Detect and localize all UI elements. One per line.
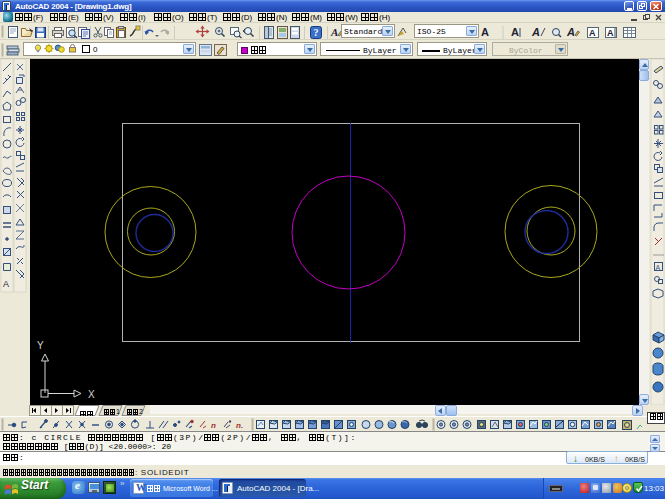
svg-text:A: A bbox=[607, 28, 614, 38]
svg-text:A: A bbox=[566, 26, 575, 38]
svg-text:A: A bbox=[589, 28, 596, 38]
svg-text:A: A bbox=[330, 26, 338, 38]
svg-text:A: A bbox=[531, 26, 540, 38]
svg-text:n.: n. bbox=[236, 421, 243, 430]
svg-text:0: 0 bbox=[93, 45, 98, 54]
svg-text:Y: Y bbox=[37, 340, 44, 351]
svg-text:A: A bbox=[3, 279, 9, 289]
svg-text:A: A bbox=[511, 26, 519, 38]
svg-text:A: A bbox=[656, 264, 661, 271]
svg-text:?: ? bbox=[314, 27, 319, 38]
svg-text:A: A bbox=[481, 26, 489, 38]
svg-text:n: n bbox=[211, 421, 216, 430]
svg-text:X: X bbox=[88, 389, 95, 400]
